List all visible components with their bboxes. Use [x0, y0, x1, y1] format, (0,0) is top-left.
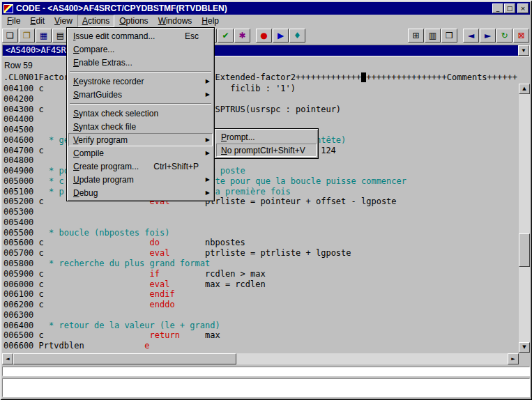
horizontal-scroll-thumb[interactable]: [13, 353, 236, 364]
scroll-right-button[interactable]: ►: [508, 353, 519, 364]
code-line[interactable]: 005800 * recherche du plus grand format: [3, 259, 518, 269]
verify-program-submenu: Prompt...No promptCtrl+Shift+V: [214, 128, 319, 159]
menu-item-syntax-check-selection[interactable]: Syntax check selection: [68, 107, 213, 120]
menubar-item-file[interactable]: File: [2, 15, 25, 27]
menubar-item-view[interactable]: View: [50, 15, 77, 27]
menu-item-smartguides[interactable]: SmartGuides▶: [68, 88, 213, 101]
scroll-up-button[interactable]: ▲: [519, 84, 530, 94]
menubar-item-actions[interactable]: Actions: [77, 15, 114, 27]
code-text: [44, 289, 150, 299]
code-text: [160, 269, 205, 279]
code-text: c: [39, 248, 44, 258]
debug-button[interactable]: ♦: [289, 29, 305, 43]
line-number: 006200: [3, 300, 39, 309]
code-text: do: [150, 238, 160, 247]
code-text: c: [39, 300, 44, 309]
menu-item-debug[interactable]: Debug▶: [68, 186, 213, 199]
line-number: 006400: [3, 321, 39, 330]
record-macro-button[interactable]: ●: [256, 29, 272, 43]
forward-button[interactable]: ►: [480, 29, 496, 43]
line-number: 006300: [3, 310, 39, 320]
code-text: * c: [39, 176, 64, 186]
refresh-button[interactable]: ↻: [496, 29, 512, 43]
code-text: [44, 248, 150, 258]
code-text: if: [150, 269, 160, 279]
code-line[interactable]: 006200 c enddo: [3, 300, 518, 310]
line-number: 005600: [3, 238, 39, 247]
code-text: [84, 341, 145, 351]
menu-item-issue-edit-command[interactable]: Issue edit command...Esc: [68, 29, 213, 43]
menubar-item-label: Actions: [82, 16, 109, 26]
maximize-button[interactable]: □: [504, 3, 515, 13]
submenu-arrow-icon: ▶: [203, 176, 210, 183]
code-line[interactable]: 005700 c eval ptrliste = ptrliste + lgpo…: [3, 248, 518, 259]
code-line[interactable]: 005600 c do nbpostes: [3, 238, 518, 248]
save-file-button[interactable]: ▦: [36, 29, 52, 43]
code-text: * po: [39, 166, 69, 176]
code-line[interactable]: 005500 * boucle (nbpostes fois): [3, 228, 518, 238]
code-line[interactable]: 006300: [3, 310, 518, 321]
code-line[interactable]: 005300: [3, 207, 518, 217]
submenu-arrow-icon: ▶: [203, 137, 210, 143]
exit-button[interactable]: ⊠: [513, 29, 529, 43]
menu-item-update-program[interactable]: Update program▶: [68, 173, 213, 186]
tile-windows-button[interactable]: ▥: [425, 29, 441, 43]
code-line[interactable]: 006600 Prtvdblen e: [3, 341, 518, 351]
code-text: * retour de la valeur (le + grand): [39, 321, 220, 330]
code-text: c: [39, 279, 44, 289]
chevron-down-icon: ▼: [521, 47, 526, 54]
back-button[interactable]: ◄: [463, 29, 479, 43]
horizontal-scrollbar[interactable]: ◄ ►: [2, 353, 519, 364]
line-number: 004900: [3, 166, 39, 176]
vertical-scrollbar[interactable]: ▲ ▼: [519, 84, 530, 353]
new-file-button[interactable]: ❏: [2, 29, 18, 43]
code-line[interactable]: 005900 c if rcdlen > max: [3, 269, 518, 279]
menubar-item-edit[interactable]: Edit: [25, 15, 50, 27]
exit-icon: ⊠: [517, 31, 524, 40]
new-file-icon: ❏: [6, 31, 14, 40]
menubar-item-label: Windows: [158, 16, 192, 26]
menu-item-prompt[interactable]: Prompt...: [216, 130, 317, 144]
verify-program-button[interactable]: ✔: [218, 29, 234, 43]
window-title: CODE - <AS400>AF4SRCT/CPYDBSTMF(RTVDBLEN…: [16, 3, 492, 13]
code-text: max = rcdlen: [205, 279, 266, 289]
menubar-item-help[interactable]: Help: [197, 15, 224, 27]
cascade-windows-button[interactable]: ❒: [441, 29, 457, 43]
vertical-scroll-thumb[interactable]: [519, 233, 530, 267]
scroll-left-button[interactable]: ◄: [2, 353, 13, 364]
code-line[interactable]: 006500 c return max: [3, 330, 518, 341]
code-text: [44, 300, 150, 309]
record-macro-icon: ●: [260, 31, 267, 40]
menubar-item-windows[interactable]: Windows: [153, 15, 197, 27]
title-bar[interactable]: CODE - <AS400>AF4SRCT/CPYDBSTMF(RTVDBLEN…: [2, 2, 530, 15]
menu-item-label: Issue edit command...: [73, 31, 155, 41]
command-line-input[interactable]: [2, 378, 530, 397]
code-line[interactable]: 005400: [3, 217, 518, 228]
run-button[interactable]: ▶: [273, 29, 289, 43]
windows-grid-button[interactable]: ⊞: [408, 29, 424, 43]
menu-item-create-program[interactable]: Create program...Ctrl+Shift+P: [68, 160, 213, 173]
code-line[interactable]: 006100 c endif: [3, 289, 518, 300]
compile-button[interactable]: ✱: [234, 29, 250, 43]
menu-item-verify-program[interactable]: Verify program▶: [68, 133, 213, 146]
code-text: c: [39, 238, 44, 247]
menu-item-no-prompt[interactable]: No promptCtrl+Shift+V: [216, 144, 317, 157]
menubar-item-options[interactable]: Options: [114, 15, 153, 27]
menu-item-compile[interactable]: Compile▶: [68, 146, 213, 160]
close-button[interactable]: ×: [517, 3, 529, 13]
menu-item-compare[interactable]: Compare...: [68, 43, 213, 56]
open-file-icon: ❐: [23, 31, 31, 40]
menu-item-keystroke-recorder[interactable]: Keystroke recorder▶: [68, 75, 213, 88]
menu-item-label: Debug: [73, 188, 98, 198]
combo-dropdown-button[interactable]: ▼: [518, 45, 529, 56]
code-text: USPTRUS(usrspc : pointeur): [210, 105, 341, 114]
code-text: c: [39, 84, 44, 93]
code-text: max: [205, 330, 220, 340]
menu-item-syntax-check-file[interactable]: Syntax check file: [68, 120, 213, 133]
code-line[interactable]: 006400 * retour de la valeur (le + grand…: [3, 321, 518, 331]
menu-item-enable-extras[interactable]: Enable Extras...: [68, 56, 213, 69]
open-file-button[interactable]: ❐: [19, 29, 35, 43]
scroll-down-button[interactable]: ▼: [519, 342, 530, 353]
minimize-button[interactable]: _: [492, 3, 503, 13]
code-line[interactable]: 006000 c eval max = rcdlen: [3, 279, 518, 290]
